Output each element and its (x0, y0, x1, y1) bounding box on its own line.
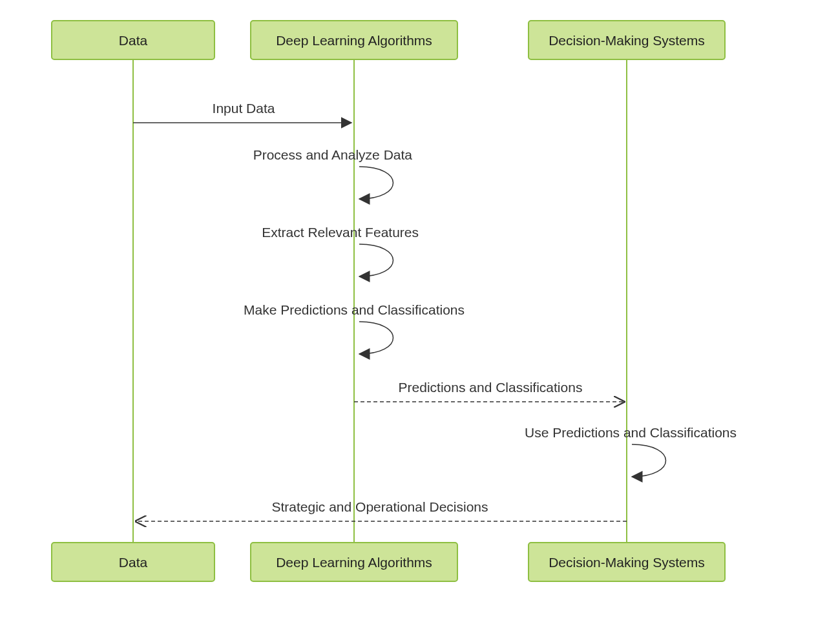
participant-dla-bottom: Deep Learning Algorithms (251, 543, 457, 581)
participant-data-label-top: Data (119, 33, 148, 48)
participant-dla-label-top: Deep Learning Algorithms (276, 33, 432, 48)
message-input-data-label: Input Data (213, 101, 275, 116)
message-extract-features-loop (359, 244, 393, 276)
participant-dms-top: Decision-Making Systems (529, 21, 725, 59)
message-extract-features-label: Extract Relevant Features (262, 225, 419, 240)
participant-data-bottom: Data (52, 543, 215, 581)
participant-dla-label-bottom: Deep Learning Algorithms (276, 555, 432, 570)
participant-data-top: Data (52, 21, 215, 59)
participant-dms-label-top: Decision-Making Systems (549, 33, 705, 48)
sequence-diagram: Data Deep Learning Algorithms Decision-M… (0, 0, 827, 644)
message-use-predictions-label: Use Predictions and Classifications (525, 425, 737, 440)
participant-dms-label-bottom: Decision-Making Systems (549, 555, 705, 570)
message-decisions-label: Strategic and Operational Decisions (271, 499, 488, 514)
message-process-analyze-label: Process and Analyze Data (253, 147, 413, 162)
message-use-predictions-loop (632, 444, 666, 477)
participant-dms-bottom: Decision-Making Systems (529, 543, 725, 581)
message-predictions-label: Predictions and Classifications (399, 380, 583, 395)
message-make-predictions-loop (359, 322, 393, 354)
message-process-analyze-loop (359, 167, 393, 199)
message-make-predictions-label: Make Predictions and Classifications (244, 302, 465, 317)
participant-dla-top: Deep Learning Algorithms (251, 21, 457, 59)
participant-data-label-bottom: Data (119, 555, 148, 570)
